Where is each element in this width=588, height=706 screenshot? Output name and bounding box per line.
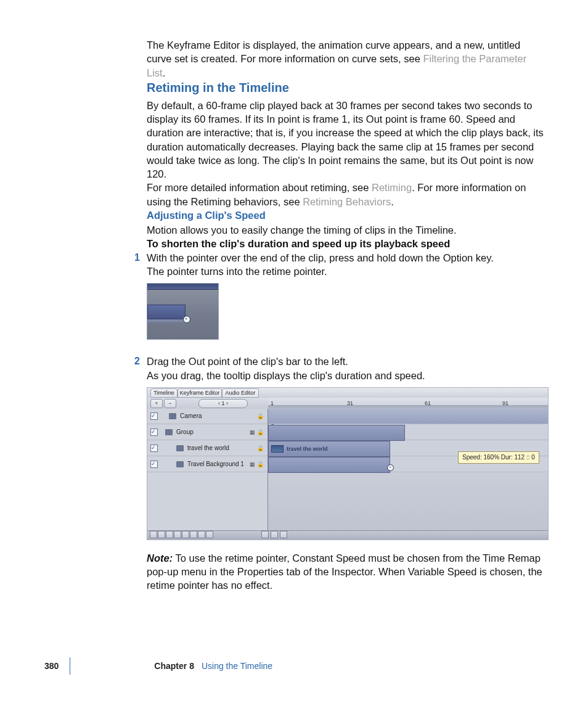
toolbar-icon[interactable]	[190, 531, 197, 538]
ruler-tick-1: 1	[271, 400, 274, 407]
content-column: The Keyframe Editor is displayed, the an…	[147, 38, 547, 593]
step-1-result: The pointer turns into the retime pointe…	[147, 265, 547, 278]
p2-c: .	[391, 196, 394, 207]
section-para-2: For more detailed information about reti…	[147, 181, 547, 208]
chapter-title: Using the Timeline	[202, 661, 272, 671]
timeline-bottom-toolbar	[147, 530, 548, 540]
toolbar-icon[interactable]	[150, 531, 157, 538]
step-2: 2 Drag the Out point of the clip's bar t…	[147, 355, 547, 540]
clip-bar-travel[interactable]: travel the world	[268, 441, 390, 457]
clip-icon	[176, 445, 184, 451]
step-2-text: Drag the Out point of the clip's bar to …	[147, 355, 547, 368]
figure-timeline-screenshot: Timeline Keyframe Editor Audio Editor + …	[147, 387, 549, 540]
ruler-tick-31: 31	[347, 400, 353, 407]
frame-arrow-right-icon[interactable]: ›	[225, 400, 229, 406]
fig1-top-bar	[147, 284, 218, 290]
lock-icon[interactable]: 🔒	[257, 461, 264, 468]
toolbar-icon[interactable]	[182, 531, 189, 538]
page-number: 380	[44, 661, 59, 671]
layer-row-travel[interactable]: travel the world 🔒	[147, 441, 267, 456]
checkbox-icon[interactable]	[150, 445, 158, 452]
note-paragraph: Note: To use the retime pointer, Constan…	[147, 551, 547, 593]
toolbar-icon[interactable]	[166, 531, 173, 538]
timeline-layer-list: Camera 🔒 Group ▦ 🔒 travel the world	[147, 409, 268, 531]
task-title: To shorten the clip's duration and speed…	[147, 237, 547, 250]
page-footer: 380 Chapter 8 Using the Timeline	[44, 657, 272, 675]
timeline-tabbar: Timeline Keyframe Editor Audio Editor	[147, 388, 548, 398]
step-1-text: With the pointer over the end of the cli…	[147, 251, 547, 265]
clip-bar-group[interactable]	[268, 425, 405, 441]
ruler-tick-91: 91	[502, 400, 508, 407]
clip-icon	[176, 461, 184, 467]
tab-audio-editor[interactable]: Audio Editor	[222, 388, 259, 398]
group-icon	[165, 429, 173, 435]
stack-icon[interactable]: ▦	[250, 429, 255, 436]
toolbar-icon[interactable]	[206, 531, 213, 538]
ruler-tick-61: 61	[425, 400, 431, 407]
checkbox-icon[interactable]	[150, 413, 158, 420]
layer-label: Group	[176, 428, 194, 437]
track-empty-area	[268, 473, 548, 531]
layer-label: Travel Background 1	[187, 460, 244, 469]
link-retiming-behaviors[interactable]: Retiming Behaviors	[303, 196, 391, 207]
fig1-lower-bar	[147, 319, 184, 324]
toolbar-icon[interactable]	[261, 531, 269, 538]
step-2-number: 2	[134, 355, 140, 368]
page: The Keyframe Editor is displayed, the an…	[0, 0, 588, 706]
section-para-1: By default, a 60-frame clip played back …	[147, 99, 547, 181]
retime-pointer-icon	[387, 464, 394, 471]
toolbar-icon[interactable]	[271, 531, 278, 538]
lock-icon[interactable]: 🔒	[257, 413, 264, 420]
layer-row-camera[interactable]: Camera 🔒	[147, 409, 267, 424]
toolbar-icon[interactable]	[280, 531, 287, 538]
subheading-adjusting-speed: Adjusting a Clip's Speed	[147, 208, 547, 222]
footer-divider	[70, 657, 70, 675]
zoom-in-button[interactable]: +	[150, 399, 163, 408]
retime-tooltip: Speed: 160% Dur: 112 :: 0	[458, 451, 539, 464]
timeline-tracks-area: 1 31 61 91 121 Camera	[268, 398, 548, 531]
link-retiming[interactable]: Retiming	[372, 182, 412, 193]
section-heading-retiming: Retiming in the Timeline	[147, 80, 547, 96]
checkbox-icon[interactable]	[150, 429, 158, 436]
step-1-number: 1	[134, 251, 140, 265]
timeline-ruler[interactable]: 1 31 61 91 121	[268, 398, 548, 409]
layer-label: travel the world	[187, 444, 229, 453]
note-label: Note:	[147, 552, 173, 564]
chapter-label: Chapter 8	[154, 661, 194, 671]
clip-thumbnail-icon	[271, 445, 284, 453]
sub-text: Motion allows you to easily change the t…	[147, 223, 547, 237]
step-2-result: As you drag, the tooltip displays the cl…	[147, 369, 547, 382]
layer-row-group[interactable]: Group ▦ 🔒	[147, 425, 267, 440]
layer-label: Camera	[180, 412, 202, 421]
tab-timeline[interactable]: Timeline	[150, 388, 178, 398]
fig1-clip-bar	[147, 305, 186, 319]
clip-label: travel the world	[287, 445, 328, 453]
zoom-out-button[interactable]: −	[164, 399, 176, 408]
tab-keyframe-editor[interactable]: Keyframe Editor	[178, 388, 222, 398]
track-row-camera: Camera	[268, 409, 548, 424]
intro-text-b: .	[163, 67, 166, 78]
toolbar-icon[interactable]	[198, 531, 205, 538]
clip-bar-background[interactable]	[268, 457, 390, 473]
note-text: To use the retime pointer, Constant Spee…	[147, 552, 542, 591]
p2-a: For more detailed information about reti…	[147, 182, 372, 193]
layer-row-background[interactable]: Travel Background 1 ▦ 🔒	[147, 457, 267, 472]
camera-icon	[169, 413, 176, 419]
checkbox-icon[interactable]	[150, 461, 158, 468]
stack-icon[interactable]: ▦	[250, 461, 255, 468]
lock-icon[interactable]: 🔒	[257, 445, 264, 452]
step-1: 1 With the pointer over the end of the c…	[147, 251, 547, 340]
current-frame-indicator[interactable]: ‹ 1 ›	[198, 399, 248, 408]
figure-retime-pointer	[147, 283, 219, 340]
toolbar-icon[interactable]	[174, 531, 181, 538]
lock-icon[interactable]: 🔒	[257, 429, 264, 436]
intro-paragraph: The Keyframe Editor is displayed, the an…	[147, 38, 547, 80]
toolbar-icon[interactable]	[158, 531, 165, 538]
